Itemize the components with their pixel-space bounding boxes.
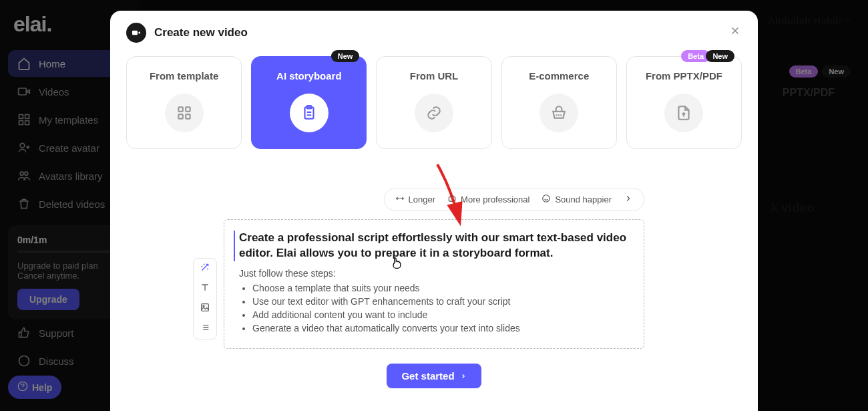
modal-overlay[interactable]: Create new video From template New AI st… bbox=[0, 0, 868, 411]
tool-list[interactable] bbox=[194, 319, 216, 339]
grid-icon bbox=[165, 94, 204, 132]
option-label: From PPTX/PDF bbox=[634, 70, 734, 82]
script-steps-list: Choose a template that suits your needs … bbox=[239, 283, 629, 333]
script-heading: Create a professional script effortlessl… bbox=[234, 231, 629, 261]
create-video-modal: Create new video From template New AI st… bbox=[110, 11, 758, 411]
smile-icon bbox=[541, 194, 551, 205]
pill-professional[interactable]: More professional bbox=[447, 194, 529, 205]
list-item: Generate a video that automatically conv… bbox=[252, 323, 629, 333]
svg-rect-19 bbox=[202, 304, 209, 311]
enhancement-pills: Longer More professional Sound happier bbox=[384, 188, 644, 211]
text-icon bbox=[200, 282, 210, 295]
pill-longer[interactable]: Longer bbox=[395, 194, 435, 205]
option-ai-storyboard[interactable]: New AI storyboard bbox=[251, 56, 367, 149]
svg-rect-13 bbox=[178, 114, 183, 119]
close-button[interactable] bbox=[726, 23, 744, 41]
list-icon bbox=[200, 322, 210, 335]
cta-label: Get started bbox=[401, 370, 454, 382]
svg-rect-17 bbox=[449, 197, 455, 201]
svg-point-18 bbox=[543, 195, 550, 202]
arrows-horizontal-icon bbox=[395, 194, 405, 205]
option-label: E-commerce bbox=[509, 70, 610, 82]
tool-image[interactable] bbox=[194, 299, 216, 319]
badge-new: New bbox=[706, 50, 734, 62]
pill-more[interactable] bbox=[624, 194, 633, 205]
script-textarea[interactable]: Create a professional script effortlessl… bbox=[224, 219, 644, 349]
editor-panel: Longer More professional Sound happier bbox=[204, 169, 664, 400]
svg-rect-14 bbox=[186, 114, 190, 119]
basket-icon bbox=[539, 94, 578, 132]
svg-rect-12 bbox=[186, 107, 190, 112]
get-started-button[interactable]: Get started bbox=[387, 364, 481, 388]
tool-magic[interactable] bbox=[194, 259, 216, 279]
pill-label: More professional bbox=[461, 194, 529, 204]
svg-rect-11 bbox=[178, 107, 183, 112]
modal-title: Create new video bbox=[154, 26, 248, 39]
option-ecommerce[interactable]: E-commerce bbox=[501, 56, 617, 149]
clipboard-icon bbox=[290, 94, 329, 132]
image-icon bbox=[200, 302, 210, 315]
svg-rect-10 bbox=[132, 31, 138, 35]
option-label: From template bbox=[134, 70, 234, 82]
option-from-pptx[interactable]: Beta New From PPTX/PDF bbox=[626, 56, 742, 149]
briefcase-icon bbox=[447, 194, 457, 205]
link-icon bbox=[415, 94, 453, 132]
pill-happier[interactable]: Sound happier bbox=[541, 194, 612, 205]
list-item: Use our text editor with GPT enhancement… bbox=[252, 296, 629, 307]
magic-wand-icon bbox=[200, 262, 210, 275]
option-from-url[interactable]: From URL bbox=[376, 56, 491, 149]
list-item: Add additional content you want to inclu… bbox=[252, 309, 629, 320]
close-icon bbox=[729, 25, 741, 40]
chevron-right-icon bbox=[624, 194, 633, 205]
option-from-template[interactable]: From template bbox=[126, 56, 242, 149]
side-tools bbox=[193, 258, 217, 339]
file-upload-icon bbox=[664, 94, 703, 132]
pill-label: Sound happier bbox=[555, 194, 612, 204]
chevron-right-icon bbox=[460, 370, 467, 382]
pill-label: Longer bbox=[409, 194, 435, 204]
script-subheading: Just follow these steps: bbox=[239, 268, 629, 279]
svg-point-20 bbox=[203, 305, 204, 307]
video-camera-icon bbox=[126, 23, 146, 43]
option-label: From URL bbox=[383, 70, 484, 82]
option-label: AI storyboard bbox=[258, 70, 359, 82]
badge-new: New bbox=[331, 50, 360, 62]
tool-text[interactable] bbox=[194, 279, 216, 299]
list-item: Choose a template that suits your needs bbox=[252, 283, 629, 293]
